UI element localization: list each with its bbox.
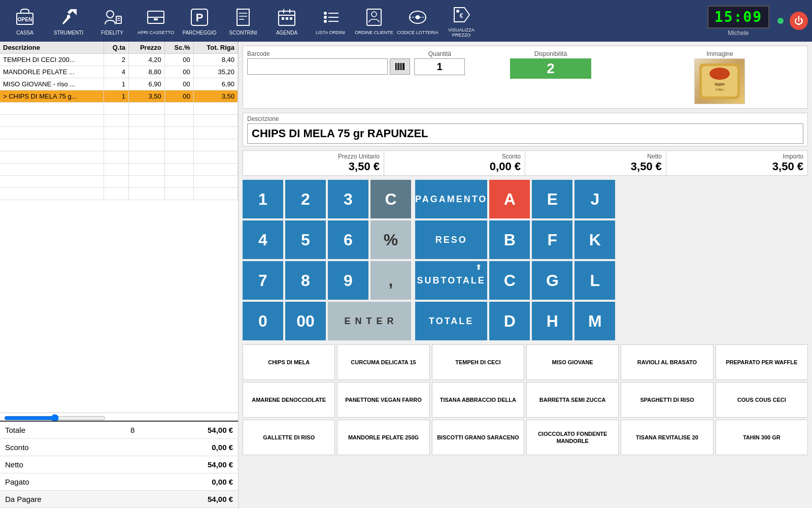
table-row[interactable]: MISO GIOVANE - riso ...16,90006,90 [0,78,238,90]
num-btn-4[interactable]: 4 [243,220,283,259]
product-button[interactable]: MISO GIOVANE [526,344,619,380]
num-btn-5[interactable]: 5 [285,220,326,259]
table-row[interactable]: > CHIPS DI MELA 75 g...13,50003,50 [0,90,238,103]
letter-m-button[interactable]: M [574,302,615,340]
product-button[interactable]: CHIPS DI MELA [243,344,335,380]
lottery-icon [407,7,428,28]
letter-b-button[interactable]: B [489,220,530,259]
num-btn-1[interactable]: 1 [243,180,283,218]
num-btn-comma[interactable]: , [370,261,411,300]
product-button[interactable]: TISANA REVITALISE 20 [621,420,713,455]
barcode-scan-button[interactable] [390,58,410,75]
col-header-sconto: Sc.% [164,42,193,54]
toolbar-btn-fidelity[interactable]: FIDELITY [91,3,133,39]
table-row-empty [0,115,238,127]
importo-label: Importo [783,153,803,160]
toolbar-btn-codice-lotteria[interactable]: CODICE LOTTERIA [397,3,438,39]
product-button[interactable]: MANDORLE PELATE 250G [337,420,429,455]
price-icon: € [451,4,472,25]
toolbar-btn-lista-ordini[interactable]: LISTA ORDINI [310,3,351,39]
toolbar-btn-strumenti[interactable]: STRUMENTI [48,3,89,39]
product-button[interactable]: GALLETTE DI RISO [243,420,335,455]
toolbar-btn-visualizza-prezzo[interactable]: € VISUALIZZA PREZZO [441,3,482,39]
letter-j-button[interactable]: J [574,180,615,218]
svg-rect-21 [286,17,288,20]
product-button[interactable]: BISCOTTI GRANO SARACENO [432,420,524,455]
letter-k-button[interactable]: K [574,220,615,259]
power-button[interactable]: ⏻ [790,12,808,30]
disponibilita-value: 2 [510,58,591,79]
table-row[interactable]: TEMPEH DI CECI 200...24,20008,40 [0,54,238,66]
toolbar-btn-ordine-cliente[interactable]: ORDINE CLIENTE [353,3,395,39]
toolbar-btn-scontrini[interactable]: SCONTRINI [222,3,264,39]
toolbar-btn-agenda[interactable]: AGENDA [266,3,308,39]
num-btn-percent[interactable]: % [370,220,411,259]
quantita-input[interactable] [414,58,465,75]
fidelity-icon [101,7,123,28]
table-row-empty [0,176,238,188]
product-button[interactable]: RAVIOLI AL BRASATO [621,344,713,380]
num-btn-6[interactable]: 6 [328,220,368,259]
sconto-label: Sconto [0,439,115,456]
table-cell-prezzo: 4,20 [128,54,164,66]
table-row[interactable]: MANDORLE PELATE ...48,800035,20 [0,66,238,78]
netto-val: 54,00 € [150,456,238,473]
toolbar-btn-parcheggio[interactable]: P PARCHEGGIO [179,3,220,39]
toolbar-label-strumenti: STRUMENTI [54,30,83,36]
product-button[interactable]: AMARENE DENOCCIOLATE [243,382,335,418]
product-button[interactable]: COUS COUS CECI [716,382,808,418]
svg-rect-42 [403,63,404,70]
importo-value: 3,50 € [772,160,803,173]
product-button[interactable]: TAHIN 300 GR [716,420,808,455]
product-button[interactable]: BARRETTA SEMI ZUCCA [526,382,619,418]
disponibilita-label: Disponibilità [534,50,567,57]
toolbar-btn-cassa[interactable]: OPEN CASSA [4,3,46,39]
table-cell-qta: 1 [104,78,128,90]
letter-c-button[interactable]: C [489,261,530,300]
num-btn-2[interactable]: 2 [285,180,326,218]
scroll-area[interactable] [0,412,238,421]
numpad-area: 1 2 3 C 4 5 6 % 7 8 9 , 0 00 E N T E R [243,180,808,340]
num-btn-c[interactable]: C [370,180,411,218]
receipt-icon [232,7,254,28]
toolbar-label-agenda: AGENDA [276,30,297,36]
letter-a-button[interactable]: A [489,180,530,218]
reso-button[interactable]: RESO [415,220,487,259]
product-button[interactable]: PREPARATO PER WAFFLE [716,344,808,380]
table-cell-prezzo: 3,50 [128,90,164,103]
totale-button[interactable]: TOTALE [415,302,487,340]
product-button[interactable]: TEMPEH DI CECI [432,344,524,380]
num-btn-3[interactable]: 3 [328,180,368,218]
letter-h-button[interactable]: H [532,302,572,340]
subtotale-button[interactable]: SUBTOTALE ⬆ [415,261,487,300]
netto-label: Netto [0,456,115,473]
pagamento-button[interactable]: PAGAMENTO [415,180,487,218]
letter-l-button[interactable]: L [574,261,615,300]
num-btn-9[interactable]: 9 [328,261,368,300]
letter-e-button[interactable]: E [532,180,572,218]
letter-f-button[interactable]: F [532,220,572,259]
product-button[interactable]: PANETTONE VEGAN FARRO [337,382,429,418]
netto-cell: Netto 3,50 € [525,151,666,175]
barcode-input[interactable] [247,58,388,75]
order-icon [363,7,385,28]
num-btn-0[interactable]: 0 [243,302,283,340]
totals-panel: Totale 8 54,00 € Sconto 0,00 € Netto 54,… [0,421,238,508]
product-button[interactable]: SPAGHETTI DI RISO [621,382,713,418]
da-pagare-row: Da Pagare 54,00 € [0,491,238,508]
svg-point-33 [416,15,420,19]
letter-d-button[interactable]: D [489,302,530,340]
col-header-tot-riga: Tot. Riga [193,42,238,54]
product-button[interactable]: CURCUMA DELICATA 15 [337,344,429,380]
num-btn-enter[interactable]: E N T E R [328,302,411,340]
product-button[interactable]: TISANA ABBRACCIO DELLA [432,382,524,418]
num-btn-00[interactable]: 00 [285,302,326,340]
num-btn-7[interactable]: 7 [243,261,283,300]
toolbar-label-ordine-cliente: ORDINE CLIENTE [355,30,393,35]
product-button[interactable]: CIOCCOLATO FONDENTE MANDORLE [526,420,619,455]
svg-point-34 [456,10,459,13]
toolbar-btn-apri-cassetto[interactable]: APRI CASSETTO [135,3,177,39]
letter-g-button[interactable]: G [532,261,572,300]
num-btn-8[interactable]: 8 [285,261,326,300]
description-input[interactable] [247,123,803,144]
